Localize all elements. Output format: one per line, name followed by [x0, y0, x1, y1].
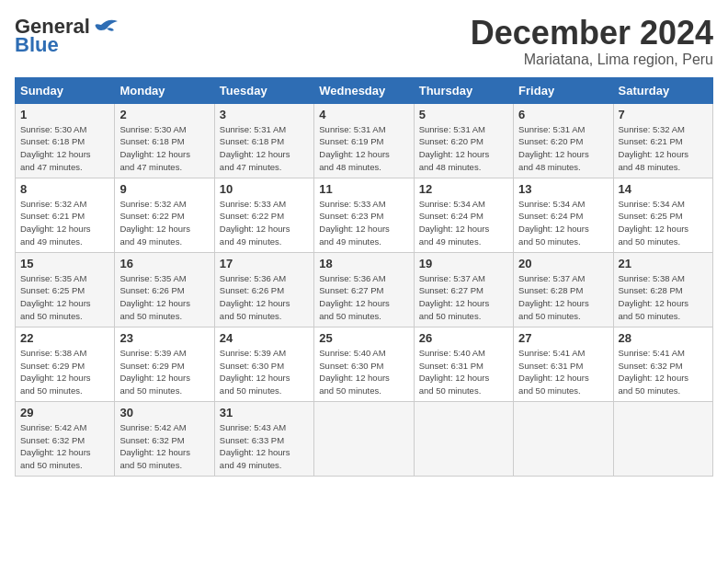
day-info: Sunrise: 5:39 AMSunset: 6:30 PMDaylight:… [220, 347, 309, 397]
day-info: Sunrise: 5:34 AMSunset: 6:24 PMDaylight:… [419, 198, 508, 248]
day-number: 29 [20, 406, 109, 419]
calendar-week-row: 22Sunrise: 5:38 AMSunset: 6:29 PMDayligh… [16, 327, 713, 401]
day-number: 20 [518, 257, 608, 270]
calendar-day-cell: 11Sunrise: 5:33 AMSunset: 6:23 PMDayligh… [314, 178, 414, 252]
day-info: Sunrise: 5:31 AMSunset: 6:18 PMDaylight:… [220, 123, 309, 174]
calendar-day-cell [314, 401, 414, 476]
weekday-header-tuesday: Tuesday [214, 77, 313, 103]
calendar-week-row: 1Sunrise: 5:30 AMSunset: 6:18 PMDaylight… [16, 103, 713, 178]
calendar-day-cell: 24Sunrise: 5:39 AMSunset: 6:30 PMDayligh… [214, 327, 313, 401]
title-area: December 2024 Mariatana, Lima region, Pe… [471, 15, 713, 68]
logo-text-blue: Blue [15, 33, 59, 57]
day-info: Sunrise: 5:37 AMSunset: 6:28 PMDaylight:… [518, 272, 608, 323]
day-number: 12 [419, 182, 508, 196]
day-number: 21 [619, 257, 708, 270]
page-header: General Blue December 2024 Mariatana, Li… [15, 15, 713, 68]
day-number: 9 [119, 182, 209, 196]
day-info: Sunrise: 5:35 AMSunset: 6:26 PMDaylight:… [119, 272, 209, 323]
calendar-day-cell: 3Sunrise: 5:31 AMSunset: 6:18 PMDaylight… [214, 103, 313, 178]
calendar-day-cell: 23Sunrise: 5:39 AMSunset: 6:29 PMDayligh… [115, 327, 214, 401]
day-info: Sunrise: 5:40 AMSunset: 6:31 PMDaylight:… [419, 347, 508, 397]
calendar-day-cell: 15Sunrise: 5:35 AMSunset: 6:25 PMDayligh… [16, 252, 115, 327]
calendar-day-cell: 6Sunrise: 5:31 AMSunset: 6:20 PMDaylight… [514, 103, 613, 178]
calendar-week-row: 29Sunrise: 5:42 AMSunset: 6:32 PMDayligh… [16, 401, 713, 476]
day-number: 5 [419, 108, 508, 121]
calendar-body: 1Sunrise: 5:30 AMSunset: 6:18 PMDaylight… [16, 103, 713, 476]
day-number: 16 [119, 257, 209, 270]
calendar-day-cell: 8Sunrise: 5:32 AMSunset: 6:21 PMDaylight… [16, 178, 115, 252]
day-info: Sunrise: 5:38 AMSunset: 6:29 PMDaylight:… [20, 347, 109, 397]
day-number: 10 [220, 182, 309, 196]
day-number: 13 [518, 182, 608, 196]
day-number: 22 [20, 331, 109, 345]
calendar-day-cell: 30Sunrise: 5:42 AMSunset: 6:32 PMDayligh… [115, 401, 214, 476]
day-info: Sunrise: 5:42 AMSunset: 6:32 PMDaylight:… [119, 421, 209, 472]
day-info: Sunrise: 5:32 AMSunset: 6:22 PMDaylight:… [119, 198, 209, 248]
calendar-day-cell: 22Sunrise: 5:38 AMSunset: 6:29 PMDayligh… [16, 327, 115, 401]
day-info: Sunrise: 5:36 AMSunset: 6:27 PMDaylight:… [319, 272, 408, 323]
calendar-day-cell: 28Sunrise: 5:41 AMSunset: 6:32 PMDayligh… [613, 327, 712, 401]
calendar-day-cell [514, 401, 613, 476]
calendar-day-cell [613, 401, 712, 476]
calendar-table: SundayMondayTuesdayWednesdayThursdayFrid… [15, 77, 713, 477]
day-number: 26 [419, 331, 508, 345]
logo: General Blue [15, 15, 118, 57]
calendar-day-cell: 21Sunrise: 5:38 AMSunset: 6:28 PMDayligh… [613, 252, 712, 327]
calendar-day-cell: 29Sunrise: 5:42 AMSunset: 6:32 PMDayligh… [16, 401, 115, 476]
day-info: Sunrise: 5:30 AMSunset: 6:18 PMDaylight:… [119, 123, 209, 174]
day-info: Sunrise: 5:40 AMSunset: 6:30 PMDaylight:… [319, 347, 408, 397]
calendar-day-cell: 7Sunrise: 5:32 AMSunset: 6:21 PMDaylight… [613, 103, 712, 178]
calendar-day-cell: 25Sunrise: 5:40 AMSunset: 6:30 PMDayligh… [314, 327, 414, 401]
weekday-header-sunday: Sunday [16, 77, 115, 103]
calendar-day-cell: 19Sunrise: 5:37 AMSunset: 6:27 PMDayligh… [414, 252, 513, 327]
calendar-day-cell [414, 401, 513, 476]
day-number: 18 [319, 257, 408, 270]
calendar-day-cell: 20Sunrise: 5:37 AMSunset: 6:28 PMDayligh… [514, 252, 613, 327]
day-info: Sunrise: 5:30 AMSunset: 6:18 PMDaylight:… [20, 123, 109, 174]
day-info: Sunrise: 5:41 AMSunset: 6:31 PMDaylight:… [518, 347, 608, 397]
calendar-day-cell: 10Sunrise: 5:33 AMSunset: 6:22 PMDayligh… [214, 178, 313, 252]
weekday-header-monday: Monday [115, 77, 214, 103]
day-number: 28 [619, 331, 708, 345]
location-title: Mariatana, Lima region, Peru [471, 52, 713, 68]
day-number: 11 [319, 182, 408, 196]
month-title: December 2024 [471, 15, 713, 52]
calendar-week-row: 15Sunrise: 5:35 AMSunset: 6:25 PMDayligh… [16, 252, 713, 327]
day-info: Sunrise: 5:36 AMSunset: 6:26 PMDaylight:… [220, 272, 309, 323]
day-info: Sunrise: 5:42 AMSunset: 6:32 PMDaylight:… [20, 421, 109, 472]
calendar-day-cell: 18Sunrise: 5:36 AMSunset: 6:27 PMDayligh… [314, 252, 414, 327]
day-number: 30 [119, 406, 209, 419]
day-info: Sunrise: 5:39 AMSunset: 6:29 PMDaylight:… [119, 347, 209, 397]
day-number: 4 [319, 108, 408, 121]
day-number: 17 [220, 257, 309, 270]
day-number: 14 [619, 182, 708, 196]
weekday-header-saturday: Saturday [613, 77, 712, 103]
weekday-header-wednesday: Wednesday [314, 77, 414, 103]
day-info: Sunrise: 5:31 AMSunset: 6:20 PMDaylight:… [419, 123, 508, 174]
calendar-day-cell: 14Sunrise: 5:34 AMSunset: 6:25 PMDayligh… [613, 178, 712, 252]
day-info: Sunrise: 5:31 AMSunset: 6:19 PMDaylight:… [319, 123, 408, 174]
day-info: Sunrise: 5:35 AMSunset: 6:25 PMDaylight:… [20, 272, 109, 323]
day-number: 25 [319, 331, 408, 345]
calendar-header-row: SundayMondayTuesdayWednesdayThursdayFrid… [16, 77, 713, 103]
day-number: 7 [619, 108, 708, 121]
day-number: 15 [20, 257, 109, 270]
calendar-day-cell: 9Sunrise: 5:32 AMSunset: 6:22 PMDaylight… [115, 178, 214, 252]
calendar-day-cell: 5Sunrise: 5:31 AMSunset: 6:20 PMDaylight… [414, 103, 513, 178]
day-info: Sunrise: 5:37 AMSunset: 6:27 PMDaylight:… [419, 272, 508, 323]
calendar-day-cell: 2Sunrise: 5:30 AMSunset: 6:18 PMDaylight… [115, 103, 214, 178]
day-number: 19 [419, 257, 508, 270]
day-number: 24 [220, 331, 309, 345]
calendar-week-row: 8Sunrise: 5:32 AMSunset: 6:21 PMDaylight… [16, 178, 713, 252]
day-info: Sunrise: 5:38 AMSunset: 6:28 PMDaylight:… [619, 272, 708, 323]
calendar-day-cell: 1Sunrise: 5:30 AMSunset: 6:18 PMDaylight… [16, 103, 115, 178]
day-number: 3 [220, 108, 309, 121]
day-number: 31 [220, 406, 309, 419]
calendar-day-cell: 27Sunrise: 5:41 AMSunset: 6:31 PMDayligh… [514, 327, 613, 401]
day-info: Sunrise: 5:34 AMSunset: 6:24 PMDaylight:… [518, 198, 608, 248]
calendar-day-cell: 13Sunrise: 5:34 AMSunset: 6:24 PMDayligh… [514, 178, 613, 252]
calendar-day-cell: 4Sunrise: 5:31 AMSunset: 6:19 PMDaylight… [314, 103, 414, 178]
day-number: 27 [518, 331, 608, 345]
day-number: 1 [20, 108, 109, 121]
day-info: Sunrise: 5:33 AMSunset: 6:23 PMDaylight:… [319, 198, 408, 248]
